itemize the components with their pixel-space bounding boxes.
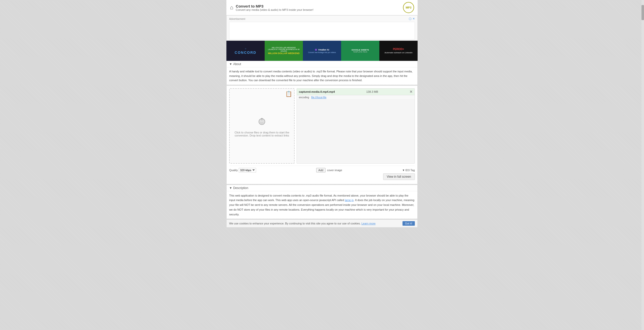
upload-icon [256,115,268,129]
about-arrow-icon: ▼ [229,62,232,66]
mdb-line1: MILLION DOLLAR WEEKEND [272,47,296,49]
concord-logo-icon: ○ [245,47,246,50]
about-content: A handy and reliable tool to convert med… [227,67,417,85]
id3-tag-arrow-icon: ▼ [402,169,405,172]
ad-controls[interactable]: ⓘ ✕ [409,17,415,21]
periodx-title: Automate outreach on LinkedIn [384,52,412,54]
app-title-block: Convert to MP3 Convert any media (video … [236,4,313,11]
quality-select[interactable]: 320 kbps 256 kbps 192 kbps 128 kbps 96 k… [239,168,256,172]
file-item-size: 138.3 MB [366,90,378,93]
ad-close-icon[interactable]: ✕ [413,17,415,21]
file-list-panel: captured-media-0.mp4.mp4 138.3 MB ✕ enco… [297,88,415,164]
ad-bar-header: Advertisement ⓘ ✕ [229,17,415,21]
clipboard-icon: 📋 [285,91,292,97]
add-cover-image-button[interactable]: Add [316,168,326,172]
file-content-area [297,100,415,163]
ad-million-dollar-weekend[interactable]: MILLION DOLLAR WEEKEND LAUNCH A 7-FIGURE… [265,41,303,61]
quality-label: Quality [229,169,238,172]
description-arrow-icon: ▼ [229,186,232,190]
scrollbar[interactable] [641,0,644,330]
concord-text: CONCORD [235,51,256,55]
description-section: ▼ Description This web application is de… [226,185,418,219]
ad-google-sheets[interactable]: GOOGLE SHEETS TEMPLATE PACK [341,41,379,61]
ad-content-area [229,22,415,39]
description-label: Description [233,186,248,190]
ad-images-strip: ○ CONCORD MILLION DOLLAR WEEKEND LAUNCH … [226,41,418,61]
learn-more-link[interactable]: Learn more [361,222,376,225]
bottom-controls: Quality 320 kbps 256 kbps 192 kbps 128 k… [229,166,415,173]
app-subtitle: Convert any media (video & audio) to MP3… [236,8,313,11]
mp3-logo-text: MP3 [406,6,412,9]
about-header[interactable]: ▼ About [227,61,417,67]
description-paragraph1: This web application is designed to conv… [229,193,415,217]
file-encoding-row: encoding file:///local-file [297,95,415,100]
vmaker-title: Vmaker AI [318,49,329,51]
file-item-name: captured-media-0.mp4.mp4 [299,90,335,93]
cookie-bar: We use cookies to enhance your experienc… [226,219,418,227]
file-item-header: captured-media-0.mp4.mp4 138.3 MB ✕ [297,88,415,95]
home-icon[interactable]: ⌂ [230,4,233,11]
app-header: ⌂ Convert to MP3 Convert any media (vide… [226,0,418,15]
google-sheets-title: GOOGLE SHEETS [351,49,369,51]
got-it-button[interactable]: Got it! [403,221,415,226]
advertisement-bar: Advertisement ⓘ ✕ [226,15,418,41]
about-text: A handy and reliable tool to convert med… [229,70,413,82]
description-header[interactable]: ▼ Description [227,185,417,191]
file-item-close-icon[interactable]: ✕ [410,90,413,94]
about-label: About [233,62,241,66]
mdb-line2: LAUNCH A 7-FIGURE BUSINESS IN 48 HOURS [266,49,302,52]
app-title: Convert to MP3 [236,4,313,8]
mdb-line3: MILLION DOLLAR WEEKEND [268,52,300,55]
view-fullscreen-button[interactable]: View in full screen [383,173,415,180]
scroll-thumb[interactable] [641,5,644,20]
advertisement-label: Advertisement [229,18,245,20]
lame-js-link[interactable]: lame.js [345,199,354,202]
quality-select-wrap: Quality 320 kbps 256 kbps 192 kbps 128 k… [229,168,256,172]
drop-zone[interactable]: 📋 Click to choose files or drag them to … [229,88,295,164]
vmaker-dot-icon [315,49,317,51]
drop-zone-text: Click to choose files or drag them to st… [230,131,294,137]
app-header-left: ⌂ Convert to MP3 Convert any media (vide… [230,4,313,11]
encoding-link[interactable]: file:///local-file [311,96,327,99]
cookie-message: We use cookies to enhance your experienc… [229,222,361,225]
app-main-layout: 📋 Click to choose files or drag them to … [229,88,415,164]
mp3-logo: MP3 [403,2,414,13]
vmaker-sub: Convert raw footage into pro videos [308,52,336,53]
cover-image-area: Add cover image [316,168,342,172]
ad-info-icon[interactable]: ⓘ [409,17,412,21]
encoding-label: encoding [299,96,309,99]
app-conversion-area: 📋 Click to choose files or drag them to … [226,85,418,184]
periodx-logo: PERIOD× [393,48,404,51]
about-section: ▼ About A handy and reliable tool to con… [226,61,418,85]
ad-vmaker-ai[interactable]: Vmaker AI Convert raw footage into pro v… [303,41,341,61]
cover-image-label: cover image [327,169,342,172]
description-content: This web application is designed to conv… [227,191,417,219]
ad-periodx[interactable]: PERIOD× Automate outreach on LinkedIn [379,41,418,61]
id3-tag-label: ID3 Tag [405,169,415,172]
cookie-text: We use cookies to enhance your experienc… [229,222,376,225]
ad-concord[interactable]: ○ CONCORD [226,41,265,61]
id3-tag-toggle[interactable]: ▼ ID3 Tag [402,169,415,172]
google-sheets-sub: TEMPLATE PACK [353,51,368,53]
